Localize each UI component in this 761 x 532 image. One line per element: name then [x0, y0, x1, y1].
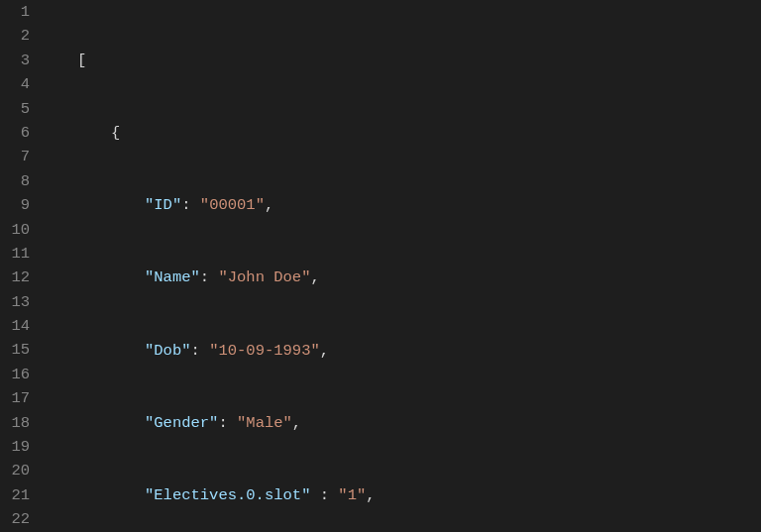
line-number: 22: [0, 507, 30, 531]
line-number: 9: [0, 193, 30, 217]
json-string: "00001": [200, 196, 265, 214]
line-number: 12: [0, 266, 30, 289]
line-number: 15: [0, 338, 30, 362]
code-editor-content[interactable]: [ { "ID": "00001", "Name": "John Doe", "…: [44, 0, 761, 532]
json-string: "1": [338, 486, 366, 504]
json-key: "Gender": [145, 414, 218, 432]
line-number: 3: [0, 49, 30, 72]
line-number: 5: [0, 97, 30, 121]
line-number: 18: [0, 411, 30, 435]
json-string: "10-09-1993": [209, 342, 320, 360]
line-number: 20: [0, 459, 30, 482]
line-number: 1: [0, 0, 30, 24]
line-number: 13: [0, 290, 30, 314]
line-number: 19: [0, 435, 30, 459]
line-number: 17: [0, 386, 30, 410]
line-number: 21: [0, 483, 30, 507]
json-key: "Dob": [145, 342, 191, 360]
line-number-gutter: 1 2 3 4 5 6 7 8 9 10 11 12 13 14 15 16 1…: [0, 0, 44, 532]
code-line: {: [44, 121, 761, 145]
json-string: "John Doe": [218, 268, 310, 286]
json-key: "Electives.0.slot": [145, 486, 310, 504]
line-number: 10: [0, 218, 30, 242]
bracket-open: [: [77, 52, 86, 69]
code-line: "Electives.0.slot" : "1",: [44, 483, 761, 507]
code-line: "Name": "John Doe",: [44, 266, 761, 289]
code-line: "ID": "00001",: [44, 193, 761, 217]
json-key: "Name": [145, 268, 200, 286]
json-key: "ID": [145, 196, 181, 214]
line-number: 7: [0, 145, 30, 168]
line-number: 11: [0, 242, 30, 266]
line-number: 6: [0, 121, 30, 145]
code-line: "Gender": "Male",: [44, 411, 761, 435]
line-number: 8: [0, 169, 30, 193]
line-number: 2: [0, 24, 30, 48]
code-line: [: [44, 49, 761, 72]
line-number: 16: [0, 363, 30, 386]
json-string: "Male": [237, 414, 292, 432]
line-number: 4: [0, 72, 30, 96]
line-number: 14: [0, 314, 30, 338]
brace-open: {: [111, 124, 120, 142]
code-line: "Dob": "10-09-1993",: [44, 339, 761, 363]
